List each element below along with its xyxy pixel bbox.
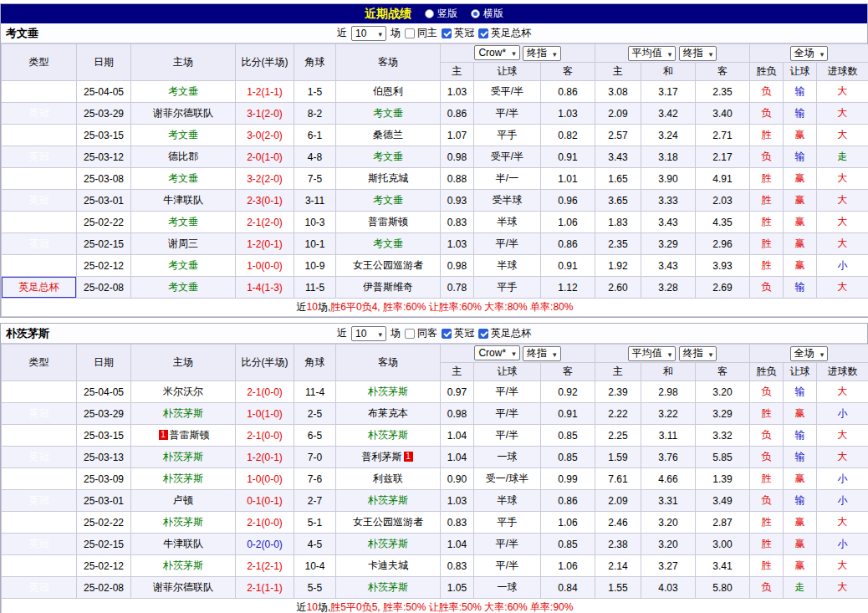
- score: 2-1(2-0): [236, 212, 294, 233]
- odds-stage-select[interactable]: 终指: [523, 46, 561, 61]
- result-total-goals: 大: [817, 381, 868, 403]
- handicap-odds-away: 0.92: [541, 381, 595, 403]
- euro-odds-away: 3.40: [696, 103, 750, 125]
- match-date: 25-02-08: [77, 277, 131, 299]
- odds-company-value: Crow*: [478, 347, 506, 359]
- handicap-odds-home: 1.03: [441, 490, 474, 512]
- odds-stage-select[interactable]: 终指: [523, 346, 561, 361]
- checkbox-label: 同主: [417, 26, 437, 40]
- summary-text: 近10场,胜6平0负4, 胜率:60% 让胜率:60% 大率:80% 单率:80…: [2, 299, 868, 317]
- same-venue-checkbox[interactable]: 同主: [405, 26, 437, 40]
- result-wdl: 胜: [750, 468, 784, 490]
- col-corner: 角球: [294, 44, 336, 81]
- summary-segment: 场,: [318, 601, 330, 613]
- euro-odds-draw: 3.42: [641, 103, 696, 125]
- header-row-1: 类型 日期 主场 比分(半场) 角球 客场 Crow* 终指 平均值 终指: [2, 44, 868, 63]
- layout-radio-vertical[interactable]: 竖版: [425, 7, 457, 21]
- match-row: 英冠 25-03-01 卢顿 0-1(0-1) 2-7 朴茨茅斯 1.03 半球…: [2, 490, 868, 512]
- competition-badge: 英冠: [2, 125, 77, 146]
- odds-company-select[interactable]: Crow*: [474, 345, 519, 360]
- euro-company-select[interactable]: 平均值: [628, 46, 677, 61]
- handicap-line: 平/半: [474, 403, 541, 425]
- handicap-odds-away: 0.85: [541, 534, 595, 555]
- match-count-select[interactable]: 10: [351, 26, 386, 41]
- handicap-odds-away: 0.84: [541, 577, 595, 599]
- odds-company-select[interactable]: Crow*: [474, 45, 519, 60]
- scope-select[interactable]: 全场: [790, 46, 829, 61]
- result-wdl: 负: [750, 103, 784, 125]
- same-venue-checkbox[interactable]: 同客: [405, 326, 437, 340]
- match-row: 英冠 25-02-12 朴茨茅斯 2-1(2-1) 10-4 卡迪夫城 0.83…: [2, 555, 868, 577]
- home-team: 牛津联队: [131, 190, 236, 212]
- euro-odds-draw: 4.03: [641, 577, 696, 599]
- match-count-select[interactable]: 10: [351, 326, 386, 341]
- away-team-name: 朴茨茅斯: [368, 386, 408, 397]
- match-date: 25-03-15: [77, 125, 131, 146]
- results-table: 类型 日期 主场 比分(半场) 角球 客场 Crow* 终指 平均值 终指: [1, 344, 868, 613]
- league-filter-checkbox[interactable]: 英冠: [442, 26, 474, 40]
- euro-odds-away: 3.20: [696, 381, 750, 403]
- checkbox-icon[interactable]: [405, 28, 415, 38]
- away-team-name: 普雷斯顿: [368, 216, 408, 227]
- result-total-goals: 大: [817, 168, 868, 190]
- checkbox-icon[interactable]: [442, 28, 452, 38]
- checkbox-icon[interactable]: [478, 28, 488, 38]
- summary-segment: 胜5平0负5, 胜率:50% 让胜率:50% 大率:60% 单率:90%: [330, 601, 573, 613]
- col-euro-home: 主: [595, 63, 641, 81]
- league-filter-checkbox[interactable]: 英冠: [442, 326, 474, 340]
- home-team-name: 考文垂: [168, 216, 198, 227]
- corners: 5-5: [294, 577, 336, 599]
- match-date: 25-03-29: [77, 103, 131, 125]
- euro-odds-home: 1.65: [595, 168, 641, 190]
- euro-odds-home: 2.25: [595, 425, 641, 447]
- home-team: 考文垂: [131, 255, 236, 277]
- result-total-goals: 大: [817, 447, 868, 468]
- radio-icon[interactable]: [471, 9, 480, 18]
- euro-stage-select[interactable]: 终指: [679, 346, 717, 361]
- odds-header: Crow* 终指: [441, 44, 595, 63]
- match-row: 英冠 25-02-15 牛津联队 0-2(0-0) 4-5 朴茨茅斯 1.04 …: [2, 534, 868, 555]
- home-team-name: 考文垂: [168, 281, 198, 293]
- away-team: 女王公园巡游者: [336, 255, 441, 277]
- scope-select[interactable]: 全场: [790, 346, 829, 361]
- score: 1-2(1-1): [236, 81, 294, 103]
- away-team: 普雷斯顿: [336, 212, 441, 233]
- home-team-name: 牛津联队: [163, 538, 203, 549]
- handicap-odds-home: 1.03: [441, 233, 474, 255]
- scope-value: 全场: [794, 46, 814, 60]
- euro-odds-away: 2.87: [696, 512, 750, 534]
- competition-badge: 英冠: [2, 447, 77, 468]
- panel-bottom: 朴茨茅斯 近 10 场 同客 英冠 英足总杯: [0, 323, 868, 613]
- dropdown-arrow-icon: [378, 328, 382, 340]
- handicap-line: 平/半: [474, 103, 541, 125]
- euro-odds-home: 3.65: [595, 190, 641, 212]
- result-total-goals: 大: [817, 190, 868, 212]
- score: 2-1(2-1): [236, 555, 294, 577]
- checkbox-icon[interactable]: [442, 329, 452, 339]
- layout-radio-horizontal[interactable]: 横版: [471, 7, 503, 21]
- radio-icon[interactable]: [425, 9, 434, 18]
- euro-odds-draw: 3.33: [641, 190, 696, 212]
- handicap-line: 半/一: [474, 168, 541, 190]
- competition-badge: 英冠: [2, 512, 77, 534]
- handicap-line: 半球: [474, 212, 541, 233]
- home-team: 米尔沃尔: [131, 381, 236, 403]
- cup-filter-checkbox[interactable]: 英足总杯: [478, 26, 531, 40]
- handicap-odds-home: 1.07: [441, 125, 474, 146]
- euro-company-select[interactable]: 平均值: [628, 346, 677, 361]
- checkbox-icon[interactable]: [405, 329, 415, 339]
- handicap-line: 一球: [474, 577, 541, 599]
- corners: 4-5: [294, 534, 336, 555]
- checkbox-icon[interactable]: [478, 329, 488, 339]
- result-total-goals: 大: [817, 125, 868, 146]
- away-team-name: 伊普斯维奇: [363, 281, 413, 293]
- euro-stage-select[interactable]: 终指: [679, 46, 717, 61]
- euro-odds-home: 3.08: [595, 81, 641, 103]
- corners: 10-3: [294, 212, 336, 233]
- euro-odds-away: 4.91: [696, 168, 750, 190]
- away-team: 桑德兰: [336, 125, 441, 146]
- cup-filter-checkbox[interactable]: 英足总杯: [478, 326, 531, 340]
- scope-value: 全场: [794, 346, 814, 360]
- away-team: 斯托克城: [336, 168, 441, 190]
- euro-odds-header: 平均值 终指: [595, 44, 750, 63]
